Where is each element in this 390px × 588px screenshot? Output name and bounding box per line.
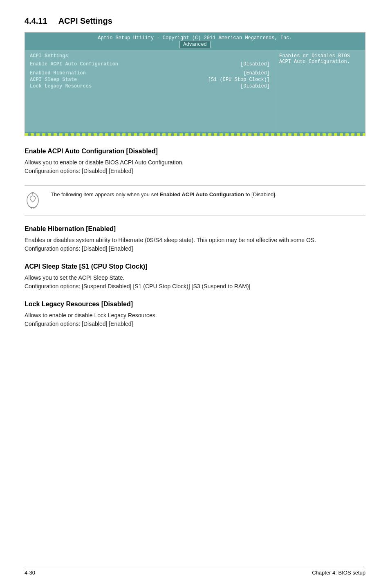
note-text: The following item appears only when you… xyxy=(51,191,276,199)
content-section-hibernation: Enable Hibernation [Enabled] Enables or … xyxy=(25,225,365,253)
bios-label-sleep-state: ACPI Sleep State xyxy=(30,77,77,83)
page-footer: 4-30 Chapter 4: BIOS setup xyxy=(25,567,365,576)
section-title: 4.4.11 ACPI Settings xyxy=(25,16,365,26)
content-section-enable-acpi: Enable ACPI Auto Configuration [Disabled… xyxy=(25,148,365,175)
content-section-lock-legacy: Lock Legacy Resources [Disabled] Allows … xyxy=(25,301,365,328)
bios-left-panel: ACPI Settings Enable ACPI Auto Configura… xyxy=(25,50,275,132)
footer-chapter: Chapter 4: BIOS setup xyxy=(312,570,365,576)
bios-header: Aptio Setup Utility - Copyright (C) 2011… xyxy=(25,33,365,50)
note-box: The following item appears only when you… xyxy=(25,185,365,215)
bios-row-hibernation: Enabled Hibernation [Enabled] xyxy=(30,70,270,76)
bios-value-lock-legacy: [Disabled] xyxy=(240,83,270,89)
note-text-before: The following item appears only when you… xyxy=(51,191,160,197)
note-text-bold: Enabled ACPI Auto Configuration xyxy=(160,191,244,197)
bios-header-text: Aptio Setup Utility - Copyright (C) 2011… xyxy=(98,35,292,41)
bios-body: ACPI Settings Enable ACPI Auto Configura… xyxy=(25,50,365,132)
bios-advanced-tab[interactable]: Advanced xyxy=(179,41,211,48)
body-lock-legacy: Allows to enable or disable Lock Legacy … xyxy=(25,311,365,328)
heading-enable-acpi: Enable ACPI Auto Configuration [Disabled… xyxy=(25,148,365,155)
bios-screen: Aptio Setup Utility - Copyright (C) 2011… xyxy=(25,32,365,136)
bios-section-label: ACPI Settings xyxy=(30,53,270,59)
bios-footer-line xyxy=(25,133,365,136)
note-text-after: to [Disabled]. xyxy=(244,191,277,197)
bios-row-enable-acpi: Enable ACPI Auto Configuration [Disabled… xyxy=(30,61,270,67)
bios-label-hibernation: Enabled Hibernation xyxy=(30,70,86,76)
bios-value-enable-acpi: [Disabled] xyxy=(240,61,270,67)
body-hibernation: Enables or disables system ability to Hi… xyxy=(25,236,365,253)
heading-sleep-state: ACPI Sleep State [S1 (CPU Stop Clock)] xyxy=(25,263,365,270)
bios-value-hibernation: [Enabled] xyxy=(243,70,270,76)
bios-right-panel: Enables or Disables BIOS ACPI Auto Confi… xyxy=(275,50,365,132)
body-sleep-state: Allows you to set the ACPI Sleep State. … xyxy=(25,274,365,291)
bios-label-enable-acpi: Enable ACPI Auto Configuration xyxy=(30,61,118,67)
note-icon xyxy=(25,191,44,210)
content-section-sleep-state: ACPI Sleep State [S1 (CPU Stop Clock)] A… xyxy=(25,263,365,291)
bios-help-text: Enables or Disables BIOS ACPI Auto Confi… xyxy=(279,53,350,65)
section-number: 4.4.11 xyxy=(25,16,47,25)
bios-value-sleep-state: [S1 (CPU Stop Clock)] xyxy=(208,77,270,83)
bios-row-lock-legacy: Lock Legacy Resources [Disabled] xyxy=(30,83,270,89)
bios-row-sleep-state: ACPI Sleep State [S1 (CPU Stop Clock)] xyxy=(30,77,270,83)
footer-page-number: 4-30 xyxy=(25,570,35,576)
bios-label-lock-legacy: Lock Legacy Resources xyxy=(30,83,92,89)
body-enable-acpi: Allows you to enable or disable BIOS ACP… xyxy=(25,158,365,175)
section-heading: ACPI Settings xyxy=(58,16,112,25)
heading-hibernation: Enable Hibernation [Enabled] xyxy=(25,225,365,233)
svg-point-0 xyxy=(27,193,38,208)
heading-lock-legacy: Lock Legacy Resources [Disabled] xyxy=(25,301,365,308)
pencil-icon xyxy=(25,191,44,210)
